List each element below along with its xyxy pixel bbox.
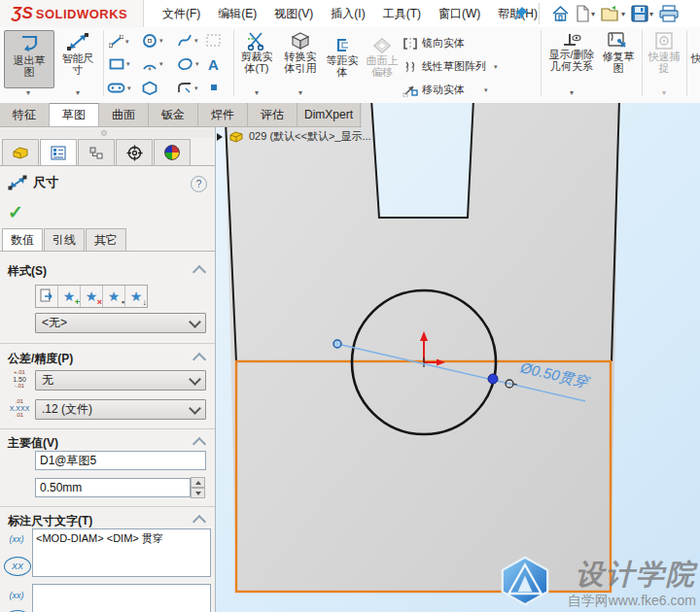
apply-default-attributes-button[interactable] [36, 286, 58, 307]
tolerance-select[interactable]: 无 [35, 370, 206, 391]
rectangle-tool[interactable]: ▾ [109, 58, 130, 70]
dimension-text-area-2[interactable] [32, 584, 211, 612]
ellipse-tool[interactable]: ▾ [177, 57, 199, 71]
part-notch-edges[interactable] [371, 103, 473, 218]
exit-sketch-button[interactable]: 退出草图 [4, 30, 54, 88]
slot-tool[interactable]: ▾ [107, 83, 131, 93]
pin-icon[interactable] [513, 6, 529, 21]
save-style-button[interactable]: ★▪ [103, 286, 125, 307]
repair-sketch-button[interactable]: 修复草图 [599, 31, 638, 74]
add-style-button[interactable]: ★+ [58, 286, 81, 307]
circle-tool[interactable]: ▾ [142, 33, 163, 49]
menu-view[interactable]: 视图(V) [265, 0, 322, 27]
home-icon[interactable] [549, 3, 572, 24]
move-dropdown-icon[interactable]: ▾ [484, 86, 488, 94]
save-icon[interactable]: ▾ [629, 3, 655, 24]
style-select[interactable]: <无> [35, 313, 206, 333]
trim-entities-button[interactable]: 剪裁实体(T) [237, 31, 276, 74]
panel-grip-handle[interactable] [101, 130, 107, 136]
trim-dropdown-icon[interactable]: ▾ [239, 88, 274, 97]
dimension-text-collapse-icon[interactable] [192, 515, 206, 528]
dimension-text-area[interactable]: <MOD-DIAM> <DIM> 贯穿 [32, 528, 211, 577]
relations-dropdown-icon[interactable]: ▾ [550, 88, 593, 97]
linear-pattern-dropdown-icon[interactable]: ▾ [494, 63, 498, 71]
new-dropdown-icon[interactable]: ▾ [591, 10, 595, 18]
open-dropdown-icon[interactable]: ▾ [621, 10, 625, 18]
line-dropdown-icon[interactable]: ▾ [125, 38, 129, 46]
ok-button[interactable]: ✓ [8, 201, 23, 223]
tab-display-manager[interactable] [154, 139, 191, 165]
offset-entities-button[interactable]: 等距实体 [325, 37, 360, 78]
arc-tool[interactable]: ▾ [142, 57, 163, 71]
polygon-tool[interactable] [142, 81, 158, 95]
convert-entities-button[interactable]: 转换实体引用 [279, 31, 322, 74]
save-dropdown-icon[interactable]: ▾ [649, 10, 653, 18]
smart-dimension-button[interactable]: 智能尺寸 [56, 31, 99, 76]
fillet-tool[interactable]: ▾ [177, 82, 198, 94]
subtab-value[interactable]: 数值 [2, 228, 43, 251]
part-face[interactable] [225, 103, 619, 592]
delete-style-button[interactable]: ★× [81, 286, 103, 307]
fillet-dropdown-icon[interactable]: ▾ [194, 85, 198, 92]
tab-configuration-manager[interactable] [78, 139, 115, 165]
spinner-up-button[interactable] [191, 477, 205, 488]
primary-value-section-header[interactable]: 主要值(V) [8, 435, 58, 452]
style-collapse-icon[interactable] [192, 265, 206, 279]
display-delete-relations-button[interactable]: 显示/删除几何关系 [544, 31, 599, 72]
model-canvas[interactable]: Ø0.50贯穿 [216, 103, 700, 612]
subtab-other[interactable]: 其它 [86, 228, 126, 251]
rectangle-dropdown-icon[interactable]: ▾ [126, 60, 130, 68]
graphics-viewport[interactable]: Ø0.50贯穿 029 (默认<<默认>_显示... [216, 103, 700, 612]
dim-text-circled-xx-icon[interactable]: XX [4, 557, 31, 576]
exit-sketch-dropdown-icon[interactable]: ▾ [4, 88, 52, 97]
move-entities-button[interactable]: 移动实体 ▾ [402, 83, 488, 97]
tolerance-section-header[interactable]: 公差/精度(P) [8, 351, 73, 367]
load-style-button[interactable]: ★↓ [125, 286, 147, 307]
new-document-icon[interactable]: ▾ [574, 3, 597, 24]
spline-tool[interactable]: ▾ [177, 33, 198, 48]
tab-weldments[interactable]: 焊件 [198, 103, 248, 126]
dim-text-xx-icon-2[interactable]: (xx) [4, 587, 29, 604]
dimension-point-selected[interactable] [488, 374, 498, 384]
line-tool[interactable]: ▾ [109, 35, 129, 48]
menu-window[interactable]: 窗口(W) [430, 0, 489, 27]
tab-sheet-metal[interactable]: 钣金 [149, 103, 198, 126]
tab-dimxpert[interactable]: DimXpert [298, 103, 361, 126]
dimension-text-section-header[interactable]: 标注尺寸文字(T) [8, 513, 92, 529]
tab-sketch[interactable]: 草图 [50, 103, 99, 126]
style-section-header[interactable]: 样式(S) [8, 263, 47, 280]
menu-edit[interactable]: 编辑(E) [209, 0, 265, 27]
feature-tree-root[interactable]: 029 (默认<<默认>_显示... [229, 129, 371, 144]
precision-select[interactable]: .12 (文件) [35, 399, 206, 420]
dimension-value-input[interactable]: 0.50mm [35, 478, 191, 497]
smart-dimension-dropdown-icon[interactable]: ▾ [58, 88, 97, 97]
clipped-toolbar-button[interactable]: 快 [690, 52, 700, 64]
open-icon[interactable]: ▾ [599, 3, 627, 24]
tab-dimxpert-manager[interactable] [116, 139, 153, 165]
tab-property-manager[interactable] [40, 139, 77, 165]
print-icon[interactable] [657, 3, 681, 24]
dimension-name-input[interactable]: D1@草图5 [35, 451, 206, 470]
dimension-handle-left[interactable] [333, 340, 341, 348]
tab-evaluate[interactable]: 评估 [248, 103, 298, 126]
point-tool[interactable] [210, 84, 218, 91]
linear-pattern-button[interactable]: 线性草图阵列 ▾ [402, 59, 498, 74]
help-icon[interactable]: ? [191, 176, 207, 192]
menu-insert[interactable]: 插入(I) [322, 0, 373, 27]
mirror-entities-button[interactable]: 镜向实体 [402, 36, 465, 51]
circle-dropdown-icon[interactable]: ▾ [159, 37, 163, 45]
menu-tools[interactable]: 工具(T) [374, 0, 430, 27]
spinner-down-button[interactable] [191, 488, 205, 498]
primary-value-collapse-icon[interactable] [192, 437, 206, 451]
subtab-leaders[interactable]: 引线 [44, 228, 85, 251]
panel-grip[interactable] [0, 127, 215, 138]
dim-text-xx-icon[interactable]: (xx) [4, 530, 29, 548]
tab-feature-manager[interactable] [2, 139, 39, 165]
feature-tree-flyout-arrow[interactable] [217, 133, 223, 141]
text-tool[interactable]: A [208, 56, 219, 73]
slot-dropdown-icon[interactable]: ▾ [127, 85, 131, 92]
tab-surfaces[interactable]: 曲面 [99, 103, 149, 126]
tab-features[interactable]: 特征 [0, 103, 50, 126]
convert-dropdown-icon[interactable]: ▾ [281, 88, 320, 97]
ellipse-dropdown-icon[interactable]: ▾ [195, 60, 199, 68]
